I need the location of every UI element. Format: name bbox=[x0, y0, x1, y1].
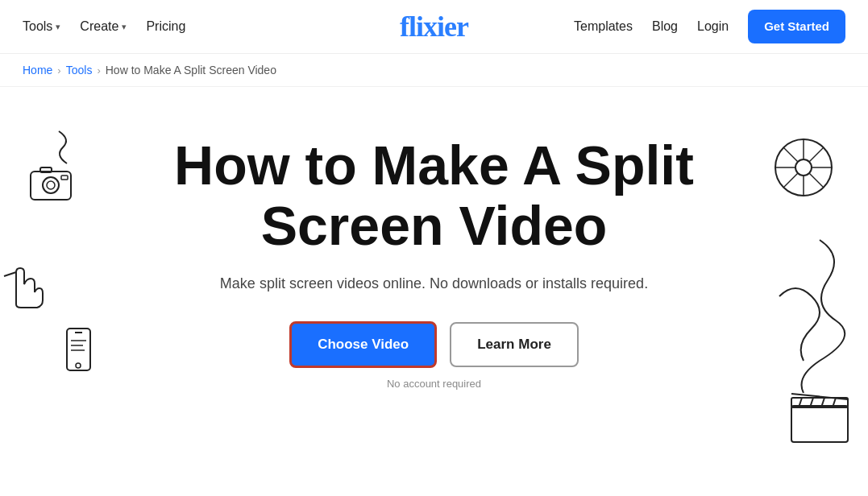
svg-rect-5 bbox=[67, 329, 90, 370]
hero-title: How to Make A Split Screen Video bbox=[129, 135, 739, 256]
hand-doodle bbox=[0, 248, 48, 316]
nav-tools[interactable]: Tools ▾ bbox=[23, 19, 60, 34]
chevron-down-icon: ▾ bbox=[122, 22, 127, 32]
film-reel-doodle bbox=[771, 135, 836, 203]
swirl-doodle bbox=[755, 232, 852, 396]
header: Tools ▾ Create ▾ Pricing flixier Templat… bbox=[0, 0, 868, 54]
nav-right: Templates Blog Login Get Started bbox=[574, 10, 845, 43]
breadcrumb-home[interactable]: Home bbox=[23, 64, 52, 76]
svg-line-17 bbox=[783, 147, 798, 162]
nav-login[interactable]: Login bbox=[697, 19, 729, 34]
svg-line-26 bbox=[833, 398, 836, 407]
phone-doodle bbox=[60, 324, 97, 384]
get-started-button[interactable]: Get Started bbox=[748, 10, 845, 43]
site-logo[interactable]: flixier bbox=[400, 10, 468, 43]
breadcrumb-current: How to Make A Split Screen Video bbox=[106, 64, 276, 76]
svg-line-25 bbox=[821, 398, 824, 407]
svg-rect-0 bbox=[31, 172, 71, 200]
svg-point-12 bbox=[795, 159, 812, 176]
svg-rect-21 bbox=[791, 406, 848, 442]
learn-more-button[interactable]: Learn More bbox=[450, 322, 579, 367]
nav-pricing[interactable]: Pricing bbox=[146, 19, 185, 34]
svg-rect-22 bbox=[791, 398, 848, 407]
hero-buttons: Choose Video Learn More bbox=[129, 321, 739, 368]
svg-line-24 bbox=[810, 398, 813, 407]
svg-point-1 bbox=[43, 177, 59, 193]
breadcrumb-sep-2: › bbox=[97, 64, 100, 76]
breadcrumb-sep-1: › bbox=[57, 64, 60, 76]
svg-rect-3 bbox=[40, 167, 52, 172]
svg-line-19 bbox=[809, 147, 824, 162]
svg-rect-4 bbox=[61, 176, 68, 180]
svg-line-20 bbox=[783, 173, 798, 188]
hero-section: How to Make A Split Screen Video Make sp… bbox=[0, 87, 868, 457]
svg-line-27 bbox=[791, 394, 848, 399]
chevron-down-icon: ▾ bbox=[56, 22, 60, 32]
nav-left: Tools ▾ Create ▾ Pricing bbox=[23, 19, 185, 34]
breadcrumb: Home › Tools › How to Make A Split Scree… bbox=[0, 54, 868, 87]
nav-blog[interactable]: Blog bbox=[652, 19, 678, 34]
nav-create[interactable]: Create ▾ bbox=[80, 19, 127, 34]
breadcrumb-tools[interactable]: Tools bbox=[66, 64, 93, 76]
nav-templates[interactable]: Templates bbox=[574, 19, 633, 34]
choose-video-button[interactable]: Choose Video bbox=[289, 321, 437, 368]
svg-point-11 bbox=[775, 139, 832, 196]
svg-line-23 bbox=[799, 398, 802, 407]
no-account-label: No account required bbox=[129, 378, 739, 390]
camera-doodle bbox=[15, 127, 87, 219]
svg-point-2 bbox=[47, 181, 55, 189]
clapperboard-doodle bbox=[787, 390, 852, 449]
svg-line-18 bbox=[809, 173, 824, 188]
svg-point-7 bbox=[76, 363, 81, 368]
hero-subtitle: Make split screen videos online. No down… bbox=[129, 275, 739, 292]
